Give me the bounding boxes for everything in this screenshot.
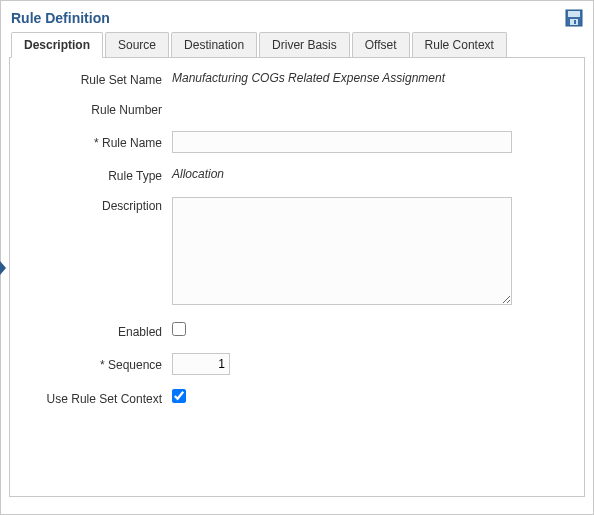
- rule-name-input[interactable]: [172, 131, 512, 153]
- label-use-rule-set-context: Use Rule Set Context: [22, 390, 172, 406]
- label-description: Description: [22, 197, 172, 213]
- row-rule-number: Rule Number: [22, 101, 572, 117]
- tab-offset[interactable]: Offset: [352, 32, 410, 57]
- save-icon[interactable]: [565, 9, 583, 27]
- panel-header: Rule Definition: [9, 7, 585, 31]
- value-rule-type: Allocation: [172, 167, 572, 181]
- tab-label: Rule Context: [425, 38, 494, 52]
- panel-collapse-handle[interactable]: [0, 261, 6, 275]
- tab-label: Offset: [365, 38, 397, 52]
- tab-rule-context[interactable]: Rule Context: [412, 32, 507, 57]
- row-sequence: Sequence: [22, 353, 572, 375]
- row-description: Description: [22, 197, 572, 308]
- value-rule-set-name: Manufacturing COGs Related Expense Assig…: [172, 71, 572, 85]
- tab-label: Driver Basis: [272, 38, 337, 52]
- panel-title: Rule Definition: [11, 10, 110, 26]
- row-rule-set-name: Rule Set Name Manufacturing COGs Related…: [22, 71, 572, 87]
- svg-rect-3: [574, 20, 576, 24]
- use-rule-set-context-checkbox[interactable]: [172, 389, 186, 403]
- row-enabled: Enabled: [22, 322, 572, 339]
- tab-label: Source: [118, 38, 156, 52]
- sequence-input[interactable]: [172, 353, 230, 375]
- tab-source[interactable]: Source: [105, 32, 169, 57]
- label-rule-name: Rule Name: [22, 134, 172, 150]
- label-enabled: Enabled: [22, 323, 172, 339]
- svg-rect-1: [568, 11, 580, 17]
- tab-label: Description: [24, 38, 90, 52]
- tab-body-description: Rule Set Name Manufacturing COGs Related…: [9, 57, 585, 497]
- label-rule-number: Rule Number: [22, 101, 172, 117]
- tab-description[interactable]: Description: [11, 32, 103, 58]
- label-rule-set-name: Rule Set Name: [22, 71, 172, 87]
- tab-driver-basis[interactable]: Driver Basis: [259, 32, 350, 57]
- row-rule-type: Rule Type Allocation: [22, 167, 572, 183]
- tab-label: Destination: [184, 38, 244, 52]
- description-textarea[interactable]: [172, 197, 512, 305]
- label-sequence: Sequence: [22, 356, 172, 372]
- enabled-checkbox[interactable]: [172, 322, 186, 336]
- rule-definition-panel: Rule Definition Description Source Desti…: [0, 0, 594, 515]
- row-rule-name: Rule Name: [22, 131, 572, 153]
- tab-destination[interactable]: Destination: [171, 32, 257, 57]
- tab-bar: Description Source Destination Driver Ba…: [9, 32, 585, 58]
- label-rule-type: Rule Type: [22, 167, 172, 183]
- row-use-rule-set-context: Use Rule Set Context: [22, 389, 572, 406]
